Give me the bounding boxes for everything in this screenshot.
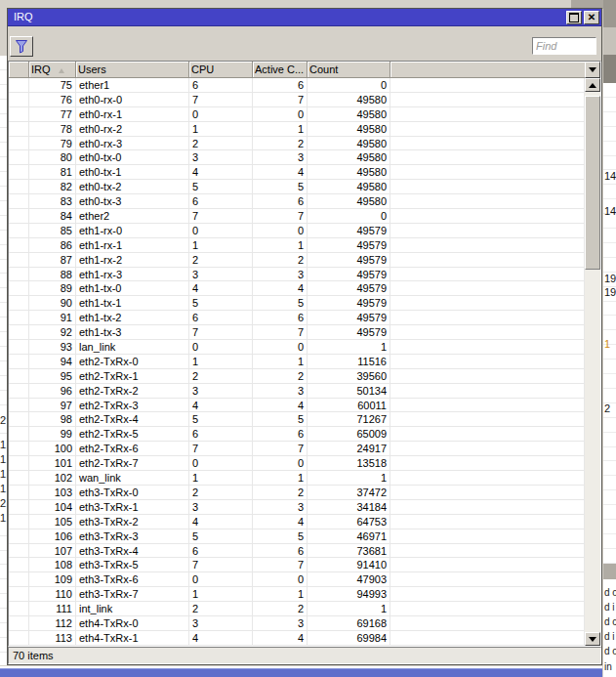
table-row[interactable]: 90 eth1-tx-1 5 5 49579	[9, 296, 585, 311]
row-irq: 75	[29, 78, 76, 93]
background-blue-strip	[0, 666, 602, 677]
table-row[interactable]: 92 eth1-tx-3 7 7 49579	[9, 325, 585, 340]
row-users: eth2-TxRx-5	[76, 427, 189, 442]
close-button[interactable]: ✕	[584, 11, 599, 24]
row-irq: 85	[29, 224, 76, 238]
row-irq: 93	[29, 340, 76, 355]
header-count[interactable]: Count	[308, 62, 390, 78]
row-active-cpu: 5	[253, 180, 308, 194]
table-row[interactable]: 102 wan_link 1 1 1	[9, 471, 585, 486]
table-row[interactable]: 87 eth1-rx-2 2 2 49579	[9, 253, 585, 268]
header-cpu[interactable]: CPU	[189, 62, 253, 78]
row-flag-cell	[9, 427, 29, 442]
table-row[interactable]: 95 eth2-TxRx-1 2 2 39560	[9, 369, 585, 384]
sort-ascending-icon	[59, 68, 64, 73]
row-flag-cell	[9, 150, 29, 165]
header-irq[interactable]: IRQ	[29, 62, 76, 78]
scroll-down-button[interactable]	[585, 632, 600, 646]
table-row[interactable]: 109 eth3-TxRx-6 0 0 47903	[9, 572, 585, 587]
table-row[interactable]: 85 eth1-rx-0 0 0 49579	[9, 224, 585, 238]
table-row[interactable]: 97 eth2-TxRx-3 4 4 60011	[9, 399, 585, 413]
row-filler	[390, 427, 585, 442]
table-row[interactable]: 78 eth0-rx-2 1 1 49580	[9, 122, 585, 137]
row-cpu: 4	[189, 631, 253, 646]
table-row[interactable]: 82 eth0-tx-2 5 5 49580	[9, 180, 585, 194]
scrollbar-thumb[interactable]	[585, 96, 600, 270]
row-flag-cell	[9, 471, 29, 486]
scroll-up-button[interactable]	[585, 78, 600, 92]
row-irq: 101	[29, 456, 76, 471]
row-cpu: 6	[189, 78, 253, 93]
table-row[interactable]: 89 eth1-tx-0 4 4 49579	[9, 281, 585, 296]
row-users: eth4-TxRx-0	[76, 616, 189, 631]
table-row[interactable]: 113 eth4-TxRx-1 4 4 69984	[9, 631, 585, 646]
table-row[interactable]: 86 eth1-rx-1 1 1 49579	[9, 238, 585, 253]
table-row[interactable]: 76 eth0-rx-0 7 7 49580	[9, 93, 585, 107]
row-active-cpu: 4	[253, 281, 308, 296]
table-rows: 75 ether1 6 6 0 76 eth0-rx-0 7 7 49580 7…	[9, 78, 585, 646]
row-irq: 103	[29, 486, 76, 500]
table-row[interactable]: 93 lan_link 0 0 1	[9, 340, 585, 355]
row-count: 69168	[308, 616, 390, 631]
table-row[interactable]: 105 eth3-TxRx-2 4 4 64753	[9, 515, 585, 529]
table-row[interactable]: 84 ether2 7 7 0	[9, 209, 585, 224]
row-users: eth4-TxRx-1	[76, 631, 189, 646]
row-filler	[390, 442, 585, 456]
table-row[interactable]: 79 eth0-rx-3 2 2 49580	[9, 137, 585, 151]
table-row[interactable]: 111 int_link 2 2 1	[9, 602, 585, 616]
row-irq: 94	[29, 355, 76, 369]
table-row[interactable]: 108 eth3-TxRx-5 7 7 91410	[9, 558, 585, 572]
table-row[interactable]: 110 eth3-TxRx-7 1 1 94993	[9, 587, 585, 602]
bg-log-line: d i	[604, 602, 615, 613]
table-row[interactable]: 100 eth2-TxRx-6 7 7 24917	[9, 442, 585, 456]
row-count: 49579	[308, 281, 390, 296]
table-row[interactable]: 91 eth1-tx-2 6 6 49579	[9, 311, 585, 325]
table-row[interactable]: 99 eth2-TxRx-5 6 6 65009	[9, 427, 585, 442]
maximize-button[interactable]	[566, 11, 582, 24]
table-row[interactable]: 77 eth0-rx-1 0 0 49580	[9, 107, 585, 122]
bg-right-number: 14	[604, 170, 616, 182]
table-row[interactable]: 80 eth0-tx-0 3 3 49580	[9, 150, 585, 165]
table-row[interactable]: 101 eth2-TxRx-7 0 0 13518	[9, 456, 585, 471]
row-count: 94993	[308, 587, 390, 602]
table-row[interactable]: 83 eth0-tx-3 6 6 49580	[9, 194, 585, 209]
row-active-cpu: 6	[253, 427, 308, 442]
row-flag-cell	[9, 369, 29, 384]
header-blank[interactable]	[9, 62, 29, 78]
table-row[interactable]: 75 ether1 6 6 0	[9, 78, 585, 93]
header-active-cpu[interactable]: Active C...	[253, 62, 308, 78]
row-users: eth0-rx-2	[76, 122, 189, 137]
row-active-cpu: 4	[253, 631, 308, 646]
table-row[interactable]: 94 eth2-TxRx-0 1 1 11516	[9, 355, 585, 369]
table-row[interactable]: 103 eth3-TxRx-0 2 2 37472	[9, 486, 585, 500]
row-count: 69984	[308, 631, 390, 646]
table-row[interactable]: 81 eth0-tx-1 4 4 49580	[9, 165, 585, 180]
row-cpu: 6	[189, 194, 253, 209]
row-irq: 81	[29, 165, 76, 180]
row-active-cpu: 3	[253, 150, 308, 165]
table-row[interactable]: 107 eth3-TxRx-4 6 6 73681	[9, 544, 585, 559]
row-irq: 105	[29, 515, 76, 529]
window-titlebar[interactable]: IRQ ✕	[8, 9, 601, 26]
row-flag-cell	[9, 384, 29, 399]
row-filler	[390, 500, 585, 515]
find-input[interactable]	[532, 37, 596, 55]
column-menu-button[interactable]	[585, 62, 600, 78]
header-users[interactable]: Users	[76, 62, 189, 78]
row-cpu: 1	[189, 238, 253, 253]
row-users: eth3-TxRx-7	[76, 587, 189, 602]
table-row[interactable]: 88 eth1-rx-3 3 3 49579	[9, 268, 585, 282]
row-count: 39560	[308, 369, 390, 384]
row-flag-cell	[9, 616, 29, 631]
row-count: 0	[308, 209, 390, 224]
row-active-cpu: 0	[253, 456, 308, 471]
filter-button[interactable]	[10, 36, 33, 57]
table-row[interactable]: 112 eth4-TxRx-0 3 3 69168	[9, 616, 585, 631]
table-row[interactable]: 98 eth2-TxRx-4 5 5 71267	[9, 412, 585, 427]
row-filler	[390, 587, 585, 602]
row-irq: 86	[29, 238, 76, 253]
table-row[interactable]: 96 eth2-TxRx-2 3 3 50134	[9, 384, 585, 399]
row-active-cpu: 2	[253, 137, 308, 151]
table-row[interactable]: 104 eth3-TxRx-1 3 3 34184	[9, 500, 585, 515]
table-row[interactable]: 106 eth3-TxRx-3 5 5 46971	[9, 529, 585, 544]
